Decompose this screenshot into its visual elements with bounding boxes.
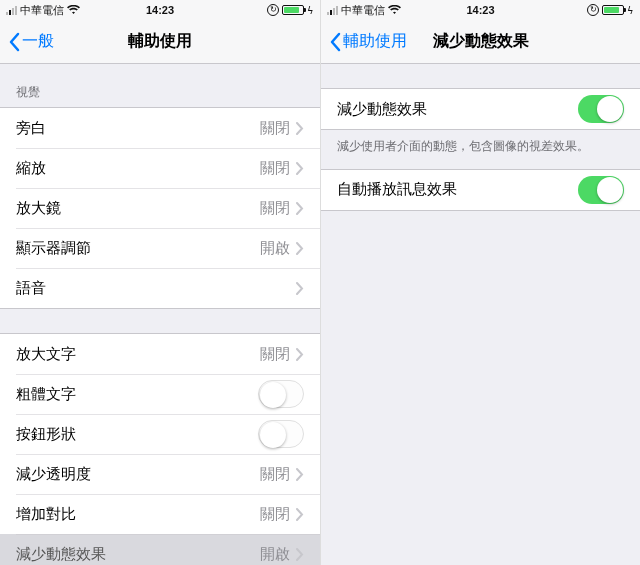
settings-list[interactable]: 減少動態效果 減少使用者介面的動態，包含圖像的視差效果。 自動播放訊息效果 [321,64,640,565]
chevron-right-icon [296,468,304,481]
row-value: 關閉 [260,119,290,138]
status-time: 14:23 [0,4,320,16]
row-value: 關閉 [260,199,290,218]
battery-icon [282,5,304,15]
row-label: 放大鏡 [16,199,61,218]
row-label: 旁白 [16,119,46,138]
row-value: 開啟 [260,239,290,258]
row-value: 開啟 [260,545,290,564]
chevron-left-icon [8,32,20,52]
battery-icon [602,5,624,15]
row-larger-text[interactable]: 放大文字 關閉 [0,334,320,374]
chevron-right-icon [296,162,304,175]
nav-bar: 輔助使用 減少動態效果 [321,20,640,64]
row-magnifier[interactable]: 放大鏡 關閉 [0,188,320,228]
row-bold-text[interactable]: 粗體文字 [0,374,320,414]
row-display-accommodations[interactable]: 顯示器調節 開啟 [0,228,320,268]
row-speech[interactable]: 語音 [0,268,320,308]
row-label: 語音 [16,279,46,298]
row-value: 關閉 [260,159,290,178]
section-footer: 減少使用者介面的動態，包含圖像的視差效果。 [321,130,640,169]
status-bar: 中華電信 14:23 ↻ ϟ [321,0,640,20]
row-label: 減少動態效果 [337,100,427,119]
row-label: 顯示器調節 [16,239,91,258]
switch-reduce-motion[interactable] [578,95,624,123]
row-label: 減少動態效果 [16,545,106,564]
row-label: 增加對比 [16,505,76,524]
row-reduce-transparency[interactable]: 減少透明度 關閉 [0,454,320,494]
chevron-right-icon [296,242,304,255]
chevron-right-icon [296,348,304,361]
chevron-right-icon [296,122,304,135]
row-auto-play-effects[interactable]: 自動播放訊息效果 [321,170,640,210]
row-value: 關閉 [260,345,290,364]
chevron-right-icon [296,508,304,521]
row-voiceover[interactable]: 旁白 關閉 [0,108,320,148]
row-value: 關閉 [260,505,290,524]
row-button-shapes[interactable]: 按鈕形狀 [0,414,320,454]
switch-button-shapes[interactable] [258,420,304,448]
chevron-right-icon [296,282,304,295]
nav-bar: 一般 輔助使用 [0,20,320,64]
row-label: 放大文字 [16,345,76,364]
row-reduce-motion[interactable]: 減少動態效果 開啟 [0,534,320,565]
row-label: 減少透明度 [16,465,91,484]
row-increase-contrast[interactable]: 增加對比 關閉 [0,494,320,534]
section-header-vision: 視覺 [0,64,320,107]
status-time: 14:23 [321,4,640,16]
row-label: 自動播放訊息效果 [337,180,457,199]
chevron-left-icon [329,32,341,52]
row-value: 關閉 [260,465,290,484]
row-zoom[interactable]: 縮放 關閉 [0,148,320,188]
status-bar: 中華電信 14:23 ↻ ϟ [0,0,320,20]
row-label: 粗體文字 [16,385,76,404]
phone-left: 中華電信 14:23 ↻ ϟ 一般 輔助使用 視覺 [0,0,320,565]
row-label: 按鈕形狀 [16,425,76,444]
chevron-right-icon [296,548,304,561]
chevron-right-icon [296,202,304,215]
settings-list[interactable]: 視覺 旁白 關閉 縮放 關閉 放大鏡 關閉 顯示器調節 開啟 [0,64,320,565]
back-button[interactable]: 輔助使用 [329,31,407,52]
switch-bold-text[interactable] [258,380,304,408]
back-button[interactable]: 一般 [8,31,54,52]
phone-right: 中華電信 14:23 ↻ ϟ 輔助使用 減少動態效果 [320,0,640,565]
row-label: 縮放 [16,159,46,178]
switch-auto-play[interactable] [578,176,624,204]
back-label: 一般 [22,31,54,52]
back-label: 輔助使用 [343,31,407,52]
row-reduce-motion-toggle[interactable]: 減少動態效果 [321,89,640,129]
